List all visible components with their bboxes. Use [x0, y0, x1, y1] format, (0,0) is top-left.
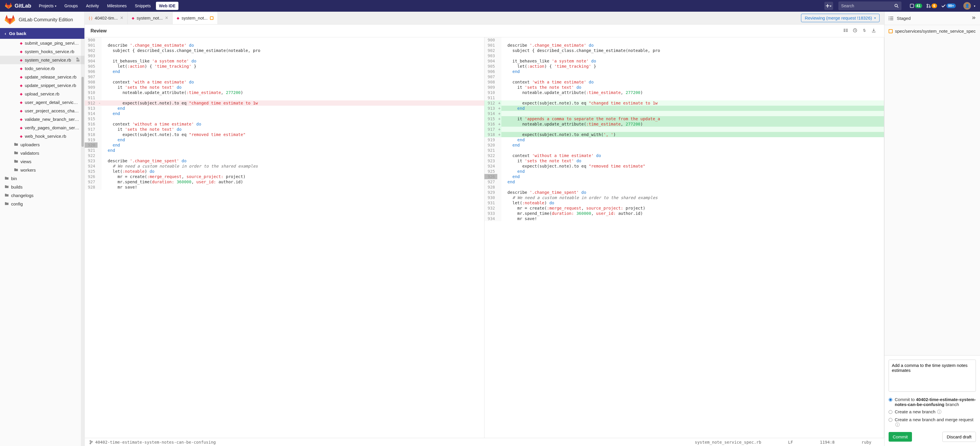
file-tree-item[interactable]: ◆validate_new_branch_servic... [0, 115, 84, 124]
status-language: ruby [853, 440, 880, 444]
ruby-icon: ◆ [20, 117, 22, 121]
editor-tab[interactable]: {·}40402-tim...× [85, 12, 127, 24]
help-icon: ⓘ [937, 409, 942, 414]
nav-milestones[interactable]: Milestones [104, 1, 130, 11]
file-tree-item[interactable]: ◆user_project_access_chang... [0, 106, 84, 115]
svg-rect-9 [844, 30, 845, 31]
go-back-button[interactable]: ‹ Go back [0, 28, 84, 39]
search-box[interactable] [838, 2, 902, 10]
file-tree-item[interactable]: validators [0, 149, 84, 157]
file-tree-item[interactable]: bin [0, 174, 84, 183]
diff-line: 916+ noteable.update_attribute(:time_est… [484, 121, 884, 127]
diff-left[interactable]: 900901 describe '.change_time_estimate' … [85, 37, 484, 438]
status-file: system_note_service_spec.rb [695, 440, 761, 444]
radio-new-branch-mr[interactable]: Create a new branch and merge request ⓘ [889, 417, 976, 428]
ruby-icon: ◆ [177, 16, 179, 20]
branch-icon [89, 440, 93, 444]
svg-rect-10 [844, 31, 845, 32]
file-tree-item[interactable]: ◆update_snippet_service.rb [0, 81, 84, 90]
file-tree-item[interactable]: ◆upload_service.rb [0, 90, 84, 98]
sidebar-header: GitLab Community Edition [0, 12, 84, 28]
file-tree[interactable]: ◆submit_usage_ping_service...◆system_hoo… [0, 39, 84, 446]
plus-dropdown[interactable]: ▾ [824, 2, 833, 10]
diff-line: 906 end [484, 69, 884, 74]
diff-line: 903 [85, 53, 484, 59]
search-input[interactable] [841, 3, 894, 8]
webide-button[interactable]: Web IDE [156, 2, 178, 10]
editor-tab[interactable]: ◆system_not... [173, 12, 218, 24]
review-label: Review [91, 28, 107, 33]
diff-line: 909 it 'sets the note text' do [85, 85, 484, 90]
ruby-icon: ◆ [20, 75, 22, 79]
todos-badge[interactable]: 99+ [939, 2, 958, 10]
merge-request-icon [926, 3, 931, 8]
history-icon[interactable] [850, 28, 860, 34]
issues-badge[interactable]: 41 [908, 2, 924, 10]
modified-file-icon [889, 29, 892, 33]
file-tree-item[interactable]: uploaders [0, 140, 84, 149]
nav-links: Projects ▾ Groups Activity Milestones Sn… [36, 1, 178, 11]
diff-line: 932 mr = create(:merge_request, source_p… [484, 205, 884, 211]
nav-activity[interactable]: Activity [83, 1, 102, 11]
discard-draft-button[interactable]: Discard draft [942, 432, 976, 442]
diff-line: 904 it_behaves_like 'a system note' do [85, 59, 484, 63]
file-tree-item[interactable]: changelogs [0, 191, 84, 200]
review-mode-dropdown[interactable]: Reviewing (merge request !18326) ▾ [801, 14, 880, 22]
commit-button[interactable]: Commit [889, 432, 912, 441]
file-tree-item[interactable]: workers [0, 166, 84, 174]
ruby-icon: ◆ [20, 67, 22, 71]
editor-tab[interactable]: ◆system_not...× [127, 12, 173, 24]
diff-line: 908 context 'with a time estimate' do [85, 79, 484, 85]
close-tab-icon[interactable]: × [120, 15, 124, 21]
collapse-panel-icon[interactable] [971, 16, 976, 21]
download-icon[interactable] [869, 28, 878, 34]
diff-line: 903 [484, 53, 884, 59]
svg-point-17 [91, 441, 92, 442]
diff-line: 916 context 'without a time estimate' do [85, 121, 484, 127]
diff-line: 921 end [85, 148, 484, 153]
commit-message-input[interactable] [889, 360, 976, 392]
user-avatar[interactable]: 👤 [963, 2, 971, 10]
file-tree-item[interactable]: ◆user_agent_detail_service.rb [0, 98, 84, 106]
diff-line: 915+ it 'appends a comma to separate the… [484, 116, 884, 121]
diff-line: 912- expect(subject.note).to eq "changed… [85, 100, 484, 106]
mrs-badge[interactable]: 6 [924, 2, 939, 10]
tree-scrollbar[interactable] [81, 39, 84, 446]
diff-line: 904 it_behaves_like 'a system note' do [484, 59, 884, 63]
file-tree-item[interactable]: ◆submit_usage_ping_service... [0, 39, 84, 47]
close-tab-icon[interactable]: × [165, 15, 168, 21]
file-tree-item[interactable]: ◆verify_pages_domain_servic... [0, 124, 84, 132]
diff-line: 918 expect(subject.note).to eq "removed … [85, 132, 484, 137]
file-tree-item[interactable]: ◆update_release_service.rb [0, 73, 84, 81]
file-tree-item[interactable]: ◆system_hooks_service.rb [0, 47, 84, 56]
diff-line: 925 let(:noteable) do [85, 169, 484, 174]
diff-line: 902 subject { described_class.change_tim… [484, 48, 884, 53]
radio-new-branch[interactable]: Create a new branch ⓘ [889, 409, 976, 415]
nav-groups[interactable]: Groups [62, 1, 81, 11]
json-icon: {·} [89, 16, 92, 20]
project-logo-icon [5, 14, 15, 25]
tree-toggle-icon[interactable] [841, 28, 850, 34]
nav-projects[interactable]: Projects ▾ [36, 1, 59, 11]
file-tree-item[interactable]: ◆web_hook_service.rb [0, 132, 84, 140]
link-icon[interactable] [860, 28, 869, 34]
diff-line: 913+ end [484, 106, 884, 111]
ruby-icon: ◆ [20, 92, 22, 96]
diff-right[interactable]: 900901 describe '.change_time_estimate' … [484, 37, 884, 438]
diff-line: 905 let(:action) { 'time_tracking' } [85, 63, 484, 69]
svg-rect-11 [846, 29, 848, 30]
file-tree-item[interactable]: views [0, 157, 84, 166]
diff-line: 929 describe '.change_time_spent' do [484, 190, 884, 195]
svg-point-2 [927, 4, 928, 5]
file-tree-item[interactable]: ◆todo_service.rb [0, 64, 84, 73]
issues-icon [910, 3, 914, 8]
radio-commit-to-branch[interactable]: Commit to 40402-time-estimate-system-not… [889, 397, 976, 407]
diff-line: 911 [85, 95, 484, 100]
file-tree-item[interactable]: builds [0, 183, 84, 191]
nav-snippets[interactable]: Snippets [132, 1, 154, 11]
staged-file-row[interactable]: spec/services/system_note_service_spec.r… [889, 29, 976, 33]
project-title: GitLab Community Edition [19, 17, 73, 22]
file-tree-item[interactable]: ◆system_note_service.rb [0, 56, 84, 64]
diff-line: 902 subject { described_class.change_tim… [85, 48, 484, 53]
file-tree-item[interactable]: config [0, 200, 84, 208]
